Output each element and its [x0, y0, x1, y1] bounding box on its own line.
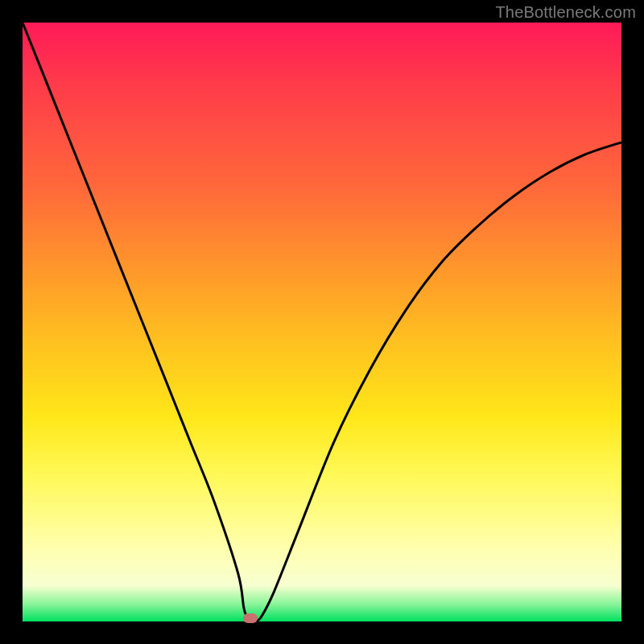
chart-frame: TheBottleneck.com — [0, 0, 644, 644]
curve-path — [23, 23, 621, 622]
bottleneck-curve — [23, 23, 621, 621]
watermark-text: TheBottleneck.com — [495, 3, 636, 22]
optimal-point-marker — [243, 613, 258, 623]
plot-area — [23, 23, 621, 621]
